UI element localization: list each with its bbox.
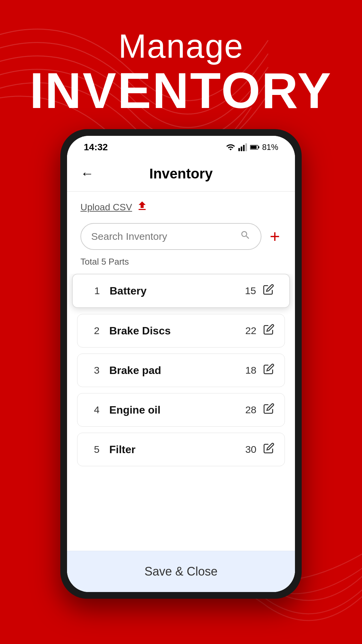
item-name-5: Filter bbox=[106, 443, 245, 456]
svg-rect-0 bbox=[238, 148, 240, 151]
search-box bbox=[80, 223, 261, 250]
svg-rect-1 bbox=[241, 147, 242, 151]
item-number-2: 2 bbox=[87, 325, 106, 336]
item-number-3: 3 bbox=[87, 365, 106, 376]
back-button[interactable]: ← bbox=[80, 164, 99, 183]
upload-section: Upload CSV bbox=[67, 192, 295, 223]
item-name-3: Brake pad bbox=[106, 364, 245, 377]
status-time: 14:32 bbox=[84, 142, 108, 153]
item-name-4: Engine oil bbox=[106, 404, 245, 416]
app-content: ← Inventory Upload CSV bbox=[67, 156, 295, 592]
search-input[interactable] bbox=[91, 231, 240, 242]
save-close-button[interactable]: Save & Close bbox=[79, 563, 283, 580]
status-bar: 14:32 bbox=[67, 136, 295, 156]
item-edit-button-3[interactable] bbox=[263, 363, 275, 377]
phone-screen: 14:32 bbox=[67, 136, 295, 592]
header-inventory-text: INVENTORY bbox=[0, 65, 362, 116]
upload-csv-link[interactable]: Upload CSV bbox=[80, 202, 132, 213]
item-number-1: 1 bbox=[88, 285, 106, 297]
svg-rect-3 bbox=[245, 143, 247, 151]
item-name-2: Brake Discs bbox=[106, 325, 245, 337]
search-icon[interactable] bbox=[240, 230, 251, 243]
item-number-4: 4 bbox=[87, 404, 106, 416]
phone-container: 14:32 bbox=[0, 129, 362, 599]
top-nav: ← Inventory bbox=[67, 156, 295, 192]
header-manage-text: Manage bbox=[0, 27, 362, 65]
search-section: + bbox=[67, 223, 295, 255]
item-qty-3: 18 bbox=[245, 365, 256, 376]
svg-rect-2 bbox=[243, 145, 245, 151]
inventory-item-2: 2 Brake Discs 22 bbox=[77, 314, 285, 347]
page-title: Inventory bbox=[99, 166, 263, 182]
status-icons: 81% bbox=[226, 143, 278, 152]
phone-frame: 14:32 bbox=[60, 129, 302, 599]
inventory-list: 1 Battery 15 2 Brake Discs bbox=[67, 274, 295, 551]
inventory-item-5: 5 Filter 30 bbox=[77, 433, 285, 466]
inventory-item-3: 3 Brake pad 18 bbox=[77, 354, 285, 387]
item-qty-5: 30 bbox=[245, 444, 256, 455]
item-edit-button-4[interactable] bbox=[263, 403, 275, 417]
svg-rect-6 bbox=[250, 146, 256, 149]
item-number-5: 5 bbox=[87, 444, 106, 455]
item-edit-button-5[interactable] bbox=[263, 442, 275, 457]
item-edit-button-2[interactable] bbox=[263, 324, 275, 338]
svg-rect-5 bbox=[258, 146, 259, 148]
item-qty-2: 22 bbox=[245, 325, 256, 336]
item-qty-1: 15 bbox=[245, 285, 256, 297]
upload-icon[interactable] bbox=[136, 200, 148, 215]
item-qty-4: 28 bbox=[245, 404, 256, 416]
battery-percent: 81% bbox=[262, 143, 278, 152]
total-parts-label: Total 5 Parts bbox=[67, 255, 295, 274]
item-name-1: Battery bbox=[106, 285, 245, 297]
header-section: Manage INVENTORY bbox=[0, 0, 362, 129]
item-edit-button-1[interactable] bbox=[263, 284, 274, 298]
battery-icon bbox=[250, 143, 259, 152]
wifi-icon bbox=[226, 143, 235, 152]
inventory-item-4: 4 Engine oil 28 bbox=[77, 393, 285, 427]
save-close-section: Save & Close bbox=[67, 551, 295, 592]
add-button[interactable]: + bbox=[268, 226, 282, 247]
inventory-item-1: 1 Battery 15 bbox=[72, 274, 290, 308]
signal-icon bbox=[238, 143, 247, 152]
